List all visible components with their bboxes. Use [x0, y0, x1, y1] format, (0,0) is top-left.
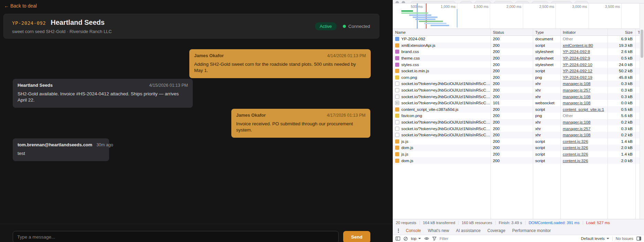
request-name-cell[interactable]: favicon.png [393, 113, 490, 118]
network-request-row[interactable]: socket.io/?token=eyJhbGciOiJIUzI1NiIsInR… [393, 119, 640, 126]
drawer-tab[interactable]: AI assistance [453, 226, 484, 235]
request-initiator[interactable]: YP-2024-092:8 [560, 49, 608, 54]
network-request-row[interactable]: socket.io/?token=eyJhbGciOiJIUzI1NiIsInR… [393, 125, 640, 132]
request-initiator[interactable]: content.js:326 [560, 158, 608, 163]
live-expression-eye-icon[interactable] [424, 236, 429, 241]
network-request-row[interactable]: favicon.png 200 png Other 5.6 kB [393, 113, 640, 119]
request-name-cell[interactable]: js.js [393, 152, 490, 157]
network-request-row[interactable]: socket.io/?token=eyJhbGciOiJIUzI1NiIsInR… [393, 87, 640, 94]
network-request-row[interactable]: js.js 200 script content.js:326 1.4 kB [393, 138, 640, 145]
column-header-size[interactable]: Size [608, 30, 635, 34]
request-initiator[interactable]: manager.js:108 [560, 133, 608, 137]
filter-chip[interactable] [494, 1, 513, 3]
network-request-row[interactable]: styles.css 200 stylesheet YP-2024-092:10… [393, 61, 640, 68]
network-request-row[interactable]: socket.io/?token=eyJhbGciOiJIUzI1NiIsInR… [393, 100, 640, 106]
network-request-row[interactable]: socket.io/?token=eyJhbGciOiJIUzI1NiIsInR… [393, 81, 640, 87]
request-name-cell[interactable]: socket.io/?token=eyJhbGciOiJIUzI1NiIsInR… [393, 133, 490, 137]
request-initiator[interactable]: YP-2024-092:10 [560, 62, 608, 67]
column-header-name[interactable]: Name [393, 30, 490, 34]
message-input[interactable] [13, 231, 339, 242]
filter-box-clipped[interactable] [411, 1, 455, 3]
drawer-tab[interactable]: What's new [424, 226, 453, 235]
clear-button-icon[interactable] [402, 1, 405, 3]
network-request-row[interactable]: xmlExtensionApi.js 200 script xmlContent… [393, 42, 640, 49]
issues-counter[interactable]: No Issues [616, 236, 633, 241]
column-divider[interactable] [490, 29, 491, 219]
column-header-time[interactable]: Time [635, 30, 640, 34]
network-request-row[interactable]: socket.io/?token=eyJhbGciOiJIUzI1NiIsInR… [393, 93, 640, 100]
network-request-row[interactable]: socket.io.min.js 200 script YP-2024-092:… [393, 68, 640, 74]
request-initiator[interactable]: content.js:326 [560, 145, 608, 150]
network-request-row[interactable]: dom.js 200 script content.js:326 2.0 kB [393, 157, 640, 164]
request-name-cell[interactable]: theme.css [393, 56, 490, 61]
send-button[interactable]: Send [343, 231, 370, 242]
request-initiator[interactable]: manager.js:257 [560, 88, 608, 93]
request-initiator[interactable]: manager.js:108 [560, 120, 608, 125]
request-initiator[interactable]: content_script_vite.js:1 [560, 107, 608, 112]
network-request-row[interactable]: YP-2024-092 200 document Other 6.9 kB [393, 36, 640, 42]
request-name-cell[interactable]: socket.io.min.js [393, 69, 490, 73]
request-initiator[interactable]: Other [560, 113, 608, 118]
network-request-row[interactable]: socket.io/?token=eyJhbGciOiJIUzI1NiIsInR… [393, 132, 640, 138]
request-name-cell[interactable]: styles.css [393, 62, 490, 67]
request-initiator[interactable]: manager.js:108 [560, 94, 608, 99]
column-divider[interactable] [608, 29, 608, 219]
network-scrollbar[interactable] [640, 3, 644, 219]
network-request-row[interactable]: dom.js 200 script content.js:326 2.0 kB [393, 145, 640, 151]
request-name-cell[interactable]: xmlExtensionApi.js [393, 43, 490, 48]
request-initiator[interactable]: YP-2024-092:19 [560, 75, 608, 80]
filter-chip[interactable] [475, 1, 491, 3]
scrollbar-thumb[interactable] [641, 30, 643, 58]
request-name-cell[interactable]: socket.io/?token=eyJhbGciOiJIUzI1NiIsInR… [393, 101, 490, 105]
request-initiator[interactable]: YP-2024-092:9 [560, 56, 608, 61]
request-initiator[interactable]: content.js:326 [560, 139, 608, 144]
request-name-cell[interactable]: brand.css [393, 49, 490, 54]
request-initiator[interactable]: manager.js:108 [560, 101, 608, 105]
request-name-cell[interactable]: js.js [393, 139, 490, 144]
request-name-cell[interactable]: dom.js [393, 145, 490, 150]
clear-console-icon[interactable] [403, 236, 408, 241]
drawer-tab[interactable]: Console [402, 226, 424, 235]
column-divider[interactable] [533, 29, 533, 219]
filter-chip[interactable] [574, 1, 588, 3]
more-tabs-icon[interactable] [395, 228, 401, 233]
drawer-tab[interactable]: Coverage [484, 226, 509, 235]
back-to-deal-link[interactable]: ← Back to deal [4, 3, 37, 9]
filter-chip[interactable] [460, 1, 472, 3]
log-levels-selector[interactable]: Default levels [581, 236, 609, 241]
network-request-row[interactable]: content_script_vite-c387a50d.js 200 scri… [393, 106, 640, 113]
filter-chip[interactable] [515, 1, 529, 3]
drawer-tab[interactable]: Performance monitor [509, 226, 554, 235]
column-header-status[interactable]: Status [490, 30, 533, 34]
dock-panel-icon[interactable] [636, 236, 641, 241]
network-request-row[interactable]: theme.css 200 stylesheet YP-2024-092:9 0… [393, 55, 640, 62]
request-name-cell[interactable]: socket.io/?token=eyJhbGciOiJIUzI1NiIsInR… [393, 126, 490, 131]
console-sidebar-toggle-icon[interactable] [395, 236, 400, 241]
network-request-row[interactable]: brand.css 200 stylesheet YP-2024-092:8 2… [393, 49, 640, 55]
request-name-cell[interactable]: socket.io/?token=eyJhbGciOiJIUzI1NiIsInR… [393, 120, 490, 125]
filter-chip[interactable] [532, 1, 548, 3]
request-initiator[interactable]: Other [560, 36, 608, 41]
request-initiator[interactable]: YP-2024-092:12 [560, 69, 608, 73]
console-filter-input[interactable] [440, 236, 484, 241]
request-name-cell[interactable]: dom.js [393, 158, 490, 163]
request-name-cell[interactable]: corn.png [393, 75, 490, 80]
column-divider[interactable] [560, 29, 561, 219]
request-name-cell[interactable]: socket.io/?token=eyJhbGciOiJIUzI1NiIsInR… [393, 94, 490, 99]
request-initiator[interactable]: manager.js:108 [560, 81, 608, 86]
request-name-cell[interactable]: YP-2024-092 [393, 36, 490, 41]
record-button-icon[interactable] [395, 1, 399, 3]
column-header-initiator[interactable]: Initiator [560, 30, 608, 34]
request-name-cell[interactable]: content_script_vite-c387a50d.js [393, 107, 490, 112]
context-selector[interactable]: top [411, 236, 421, 241]
request-initiator[interactable]: xmlContent.js:80 [560, 43, 608, 48]
network-request-row[interactable]: js.js 200 script content.js:326 1.4 kB [393, 151, 640, 158]
request-name-cell[interactable]: socket.io/?token=eyJhbGciOiJIUzI1NiIsInR… [393, 88, 490, 93]
column-divider[interactable] [635, 29, 636, 219]
network-overview[interactable]: 500 ms1,000 ms1,500 ms2,000 ms2,500 ms3,… [393, 3, 640, 29]
request-name-cell[interactable]: socket.io/?token=eyJhbGciOiJIUzI1NiIsInR… [393, 81, 490, 86]
request-initiator[interactable]: content.js:326 [560, 152, 608, 157]
column-header-type[interactable]: Type [533, 30, 560, 34]
network-request-row[interactable]: corn.png 200 png YP-2024-092:19 45.8 kB [393, 74, 640, 81]
filter-chip[interactable] [551, 1, 572, 3]
